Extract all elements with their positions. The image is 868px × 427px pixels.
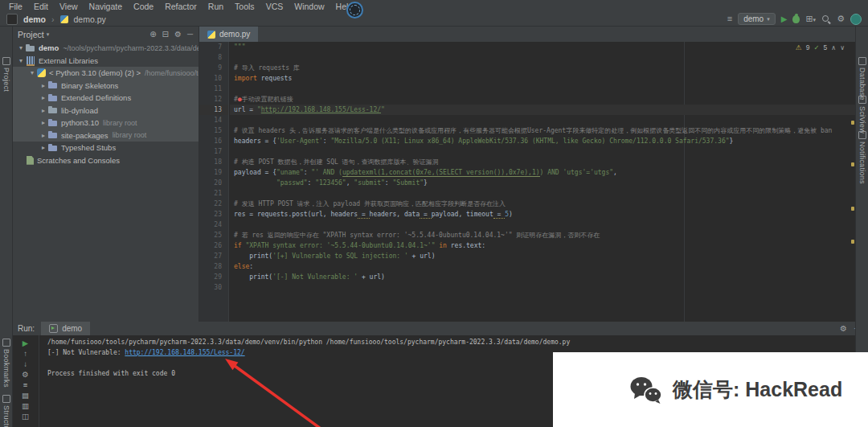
- line-number-12[interactable]: 12: [199, 94, 228, 105]
- breadcrumb-project[interactable]: demo: [23, 14, 46, 24]
- print-icon[interactable]: ▥: [22, 402, 29, 410]
- line-number-24[interactable]: 24: [199, 220, 228, 230]
- tree-item-external-libraries[interactable]: ▾External Libraries: [12, 55, 199, 68]
- line-number-16[interactable]: 16: [199, 136, 228, 146]
- menu-item-navigate[interactable]: Navigate: [84, 2, 128, 11]
- settings-icon[interactable]: ⚙: [837, 14, 845, 23]
- search-everywhere-icon[interactable]: [821, 14, 831, 24]
- locate-icon[interactable]: ⊕: [149, 31, 156, 39]
- scroll-to-end-icon[interactable]: ▤: [22, 392, 29, 400]
- tree-chevron-icon[interactable]: ▸: [39, 82, 47, 89]
- tree-chevron-icon[interactable]: ▾: [28, 69, 36, 76]
- tool-stripe-notifications[interactable]: Notifications: [856, 131, 868, 184]
- code-line-19: payload = {"uname": "' AND (updatexml(1,…: [230, 167, 856, 178]
- tree-item-lib-dynload[interactable]: ▸lib-dynload: [12, 105, 199, 117]
- warning-stripe-mark[interactable]: [851, 240, 854, 244]
- tool-stripe-sciview[interactable]: SciView: [856, 96, 868, 133]
- menu-item-edit[interactable]: Edit: [28, 2, 54, 11]
- project-panel-title[interactable]: Project: [18, 30, 44, 39]
- menu-item-run[interactable]: Run: [203, 2, 229, 11]
- line-number-21[interactable]: 21: [199, 188, 228, 199]
- profiler-dropdown-icon[interactable]: ⊞▾: [805, 14, 816, 23]
- line-number-17[interactable]: 17: [199, 146, 228, 157]
- tree-item-extended-definitions[interactable]: ▸Extended Definitions: [12, 92, 199, 105]
- menu-item-view[interactable]: View: [54, 2, 84, 11]
- code-editor[interactable]: 7891011121314151617181920212223242526272…: [199, 42, 856, 322]
- tool-stripe-bookmarks[interactable]: Bookmarks: [0, 339, 12, 388]
- line-number-29[interactable]: 29: [199, 272, 228, 282]
- line-number-30[interactable]: 30: [199, 282, 228, 293]
- clear-all-icon[interactable]: ◫: [22, 413, 29, 421]
- line-number-10[interactable]: 10: [199, 73, 228, 84]
- run-button[interactable]: ▶: [781, 14, 788, 23]
- tree-chevron-icon[interactable]: ▸: [39, 144, 47, 151]
- line-number-27[interactable]: 27: [199, 251, 228, 261]
- avatar[interactable]: [850, 14, 862, 25]
- editor-code[interactable]: """# 导入 requests 库import requests#●手动设置靶…: [230, 42, 856, 322]
- line-number-19[interactable]: 19: [199, 167, 228, 178]
- collapse-all-icon[interactable]: ⊟: [162, 31, 169, 39]
- rerun-button[interactable]: ▶: [23, 339, 28, 347]
- run-settings-icon[interactable]: ⚙: [840, 325, 847, 333]
- tree-item-binary-skeletons[interactable]: ▸Binary Skeletons: [12, 80, 199, 92]
- run-tab-demo[interactable]: demo: [41, 322, 90, 335]
- tree-chevron-icon[interactable]: ▸: [39, 107, 47, 114]
- prev-issue-icon[interactable]: ∧: [831, 44, 836, 51]
- warning-stripe-mark[interactable]: [851, 121, 854, 125]
- wechat-icon: [629, 376, 663, 404]
- line-number-7[interactable]: 7: [199, 42, 228, 52]
- scratch-icon: [27, 156, 34, 165]
- line-number-14[interactable]: 14: [199, 115, 228, 125]
- tab-demo-py[interactable]: demo.py: [199, 27, 258, 42]
- tree-chevron-icon[interactable]: ▸: [39, 119, 47, 126]
- line-number-15[interactable]: 15: [199, 125, 228, 136]
- tool-stripe-structure[interactable]: Structure: [0, 395, 12, 427]
- debug-button[interactable]: [792, 15, 800, 23]
- line-number-20[interactable]: 20: [199, 178, 228, 188]
- line-number-23[interactable]: 23: [199, 209, 228, 220]
- warning-stripe-mark[interactable]: [851, 207, 854, 211]
- line-number-26[interactable]: 26: [199, 240, 228, 251]
- up-stack-icon[interactable]: ↑: [23, 350, 27, 358]
- tree-chevron-icon[interactable]: ▾: [17, 57, 25, 64]
- down-stack-icon[interactable]: ↓: [23, 360, 27, 368]
- tree-chevron-icon[interactable]: ▾: [17, 44, 25, 51]
- tree-chevron-icon[interactable]: ▸: [39, 132, 47, 139]
- next-issue-icon[interactable]: ∨: [840, 44, 845, 51]
- chevron-down-icon[interactable]: ▾: [47, 31, 50, 38]
- menu-item-code[interactable]: Code: [128, 2, 159, 11]
- editor-gutter[interactable]: 7891011121314151617181920212223242526272…: [199, 42, 229, 322]
- menu-item-file[interactable]: File: [3, 2, 28, 11]
- console-link[interactable]: http://192.168.148.155/Less-12/: [125, 349, 244, 356]
- menu-item-tools[interactable]: Tools: [229, 2, 260, 11]
- warning-stripe-mark[interactable]: [851, 162, 854, 166]
- line-number-13[interactable]: 13: [199, 105, 228, 115]
- line-number-9[interactable]: 9: [199, 63, 228, 73]
- tool-stripe-database[interactable]: Database: [856, 57, 868, 101]
- line-number-18[interactable]: 18: [199, 157, 228, 167]
- line-number-22[interactable]: 22: [199, 199, 228, 209]
- line-number-25[interactable]: 25: [199, 230, 228, 240]
- structure-select-icon[interactable]: ≡: [727, 14, 732, 23]
- soft-wrap-icon[interactable]: ≡: [23, 381, 28, 389]
- menu-item-refactor[interactable]: Refactor: [159, 2, 203, 11]
- line-number-8[interactable]: 8: [199, 52, 228, 63]
- tree-chevron-icon[interactable]: ▸: [39, 94, 47, 101]
- tree-item-python-3.10-demo-2[interactable]: ▾< Python 3.10 (demo) (2) >/home/funsioo…: [12, 67, 199, 80]
- tree-item-demo[interactable]: ▾demo~/tools/pycharm/pycharm-2022.3.3/da…: [12, 42, 199, 55]
- run-settings-icon[interactable]: ⚙: [22, 371, 29, 379]
- menu-item-vcs[interactable]: VCS: [260, 2, 289, 11]
- hide-panel-icon[interactable]: ─: [187, 31, 193, 39]
- run-config-dropdown[interactable]: demo ▾: [738, 13, 776, 25]
- tool-stripe-project[interactable]: Project: [0, 57, 12, 92]
- tree-item-scratches-and-consoles[interactable]: Scratches and Consoles: [12, 154, 199, 167]
- line-number-28[interactable]: 28: [199, 261, 228, 272]
- settings-icon[interactable]: ⚙: [174, 31, 182, 39]
- inspections-widget[interactable]: ⚠ 9 ✓ 5 ∧ ∨: [796, 43, 845, 51]
- menu-item-window[interactable]: Window: [289, 2, 330, 11]
- tree-item-python3.10[interactable]: ▸python3.10library root: [12, 117, 199, 129]
- tree-item-typeshed-stubs[interactable]: ▸Typeshed Stubs: [12, 142, 199, 154]
- breadcrumb-file[interactable]: demo.py: [74, 14, 106, 24]
- line-number-11[interactable]: 11: [199, 84, 228, 94]
- tree-item-site-packages[interactable]: ▸site-packageslibrary root: [12, 129, 199, 142]
